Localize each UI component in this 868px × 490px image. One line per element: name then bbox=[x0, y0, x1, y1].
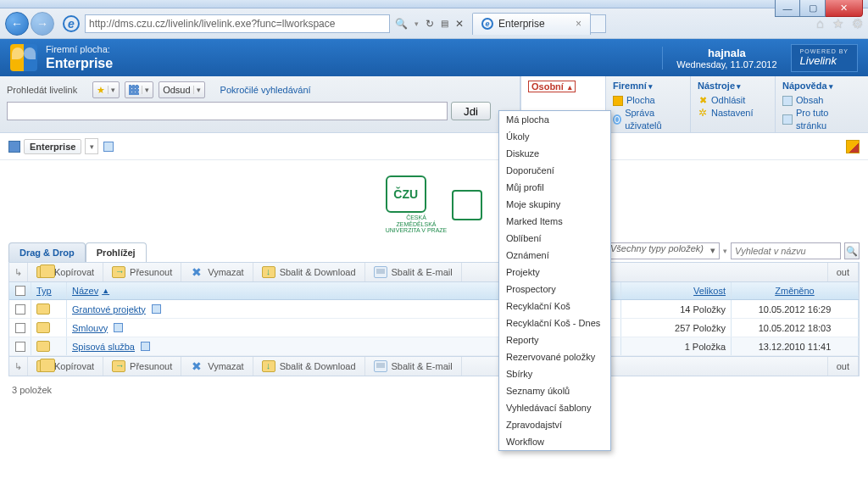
tools-icon[interactable]: ⚙ bbox=[852, 16, 863, 31]
menu-item[interactable]: Rezervované položky bbox=[499, 348, 610, 365]
menu-item[interactable]: Seznamy úkolů bbox=[499, 382, 610, 399]
type-filter-select[interactable]: (Všechny typy položek) bbox=[603, 242, 720, 259]
col-velikost[interactable]: Velikost bbox=[621, 282, 732, 299]
menu-item[interactable]: Úkoly bbox=[499, 128, 610, 145]
out-button[interactable]: out bbox=[827, 357, 859, 376]
menu-item[interactable]: Reporty bbox=[499, 331, 610, 348]
advanced-search-link[interactable]: Pokročilé vyhledávání bbox=[220, 85, 311, 95]
stop-icon[interactable]: ✕ bbox=[455, 18, 464, 30]
row-checkbox[interactable] bbox=[9, 300, 31, 318]
menu-item[interactable]: Oblíbení bbox=[499, 230, 610, 247]
delete-button[interactable]: ✖Vymazat bbox=[181, 263, 253, 281]
tab-drag-drop[interactable]: Drag & Drop bbox=[8, 242, 86, 262]
link-sprava-uzivatelu[interactable]: Správa uživatelů bbox=[613, 107, 683, 132]
zip-download-button[interactable]: Sbalit & Download bbox=[253, 357, 365, 376]
menu-item[interactable]: Doporučení bbox=[499, 162, 610, 179]
breadcrumb-function-icon[interactable] bbox=[103, 142, 114, 152]
link-plocha[interactable]: Plocha bbox=[613, 94, 683, 107]
row-size: 14 Položky bbox=[621, 300, 732, 318]
menu-item[interactable]: Vyhledávací šablony bbox=[499, 399, 610, 416]
edit-icon[interactable] bbox=[846, 140, 860, 153]
menu-tab-nastroje[interactable]: Nástroje▾ ✖Odhlásit ✲Nastavení bbox=[690, 76, 775, 132]
menu-item[interactable]: Zpravodajství bbox=[499, 416, 610, 433]
new-tab-button[interactable] bbox=[591, 14, 606, 33]
row-name-link[interactable]: Spisová služba bbox=[72, 342, 135, 352]
search-go-button[interactable]: Jdi bbox=[451, 102, 491, 120]
maximize-button[interactable]: ▢ bbox=[800, 0, 826, 17]
menu-item[interactable]: Má plocha bbox=[499, 111, 610, 128]
checkbox-icon[interactable] bbox=[15, 342, 25, 352]
browser-tab-active[interactable]: e Enterprise × bbox=[472, 13, 591, 35]
menu-item[interactable]: Recyklační Koš - Dnes bbox=[499, 315, 610, 331]
menu-tab-napoveda[interactable]: Nápověda▾ Obsah Pro tuto stránku bbox=[775, 76, 868, 132]
zip-email-button[interactable]: Sbalit & E-mail bbox=[365, 263, 462, 281]
refresh-icon[interactable]: ↻ bbox=[426, 18, 434, 30]
chevron-down-icon: ▾ bbox=[829, 82, 833, 91]
search-input[interactable] bbox=[7, 102, 448, 120]
table-header: Typ Název ▲ Velikost Změněno bbox=[9, 282, 859, 300]
toolbar-lead-icon[interactable]: ↳ bbox=[9, 357, 28, 376]
move-button[interactable]: Přesunout bbox=[103, 357, 181, 376]
link-nastaveni[interactable]: ✲Nastavení bbox=[698, 107, 768, 120]
menu-item[interactable]: Diskuze bbox=[499, 145, 610, 162]
copy-button[interactable]: Kopírovat bbox=[28, 357, 103, 376]
chevron-down-icon[interactable]: ▾ bbox=[723, 247, 727, 255]
minimize-button[interactable]: — bbox=[775, 0, 800, 17]
checkbox-icon[interactable] bbox=[15, 323, 25, 333]
browser-toolbar: ← → e 🔍▾ ↻ ▤ ✕ e Enterprise × ⌂ ★ ⚙ bbox=[0, 8, 868, 39]
function-menu-icon[interactable] bbox=[114, 323, 123, 332]
menu-item[interactable]: Workflow bbox=[499, 433, 610, 450]
menu-tab-firemni[interactable]: Firemní▾ Plocha Správa uživatelů bbox=[605, 76, 690, 132]
row-checkbox[interactable] bbox=[9, 337, 31, 355]
close-button[interactable]: ✕ bbox=[826, 0, 863, 17]
forward-button[interactable]: → bbox=[31, 12, 54, 36]
menu-item[interactable]: Můj profil bbox=[499, 179, 610, 196]
name-filter-input[interactable] bbox=[731, 242, 841, 259]
menu-item[interactable]: Projekty bbox=[499, 264, 610, 281]
filter-search-button[interactable]: 🔍 bbox=[844, 242, 860, 259]
grid-icon bbox=[129, 85, 139, 95]
breadcrumb-dropdown[interactable]: ▾ bbox=[85, 138, 98, 154]
tab-close-icon[interactable]: × bbox=[576, 18, 581, 30]
view-picker[interactable]: ▾ bbox=[125, 81, 153, 98]
row-name-link[interactable]: Smlouvy bbox=[72, 323, 108, 333]
row-checkbox[interactable] bbox=[9, 319, 31, 337]
function-menu-icon[interactable] bbox=[152, 304, 161, 314]
function-menu-icon[interactable] bbox=[141, 342, 150, 351]
compat-icon[interactable]: ▤ bbox=[441, 19, 448, 28]
zip-email-button[interactable]: Sbalit & E-mail bbox=[365, 357, 462, 376]
checkbox-icon[interactable] bbox=[15, 304, 25, 315]
breadcrumb-current[interactable]: Enterprise bbox=[24, 139, 81, 154]
col-zmeneno[interactable]: Změněno bbox=[732, 282, 859, 299]
out-button[interactable]: out bbox=[827, 263, 859, 281]
livelink-logo-icon bbox=[10, 44, 37, 71]
copy-button[interactable]: Kopírovat bbox=[28, 263, 103, 281]
scope-picker[interactable]: Odsud▾ bbox=[159, 81, 204, 98]
favorites-picker[interactable]: ★▾ bbox=[92, 81, 120, 98]
move-button[interactable]: Přesunout bbox=[103, 263, 181, 281]
search-icon[interactable]: 🔍 bbox=[395, 18, 408, 30]
menu-item[interactable]: Sbírky bbox=[499, 365, 610, 382]
row-type bbox=[31, 319, 67, 337]
zip-download-button[interactable]: Sbalit & Download bbox=[253, 263, 365, 281]
menu-item[interactable]: Marked Items bbox=[499, 213, 610, 230]
favorites-icon[interactable]: ★ bbox=[832, 16, 843, 31]
col-checkbox[interactable] bbox=[9, 282, 31, 299]
checkbox-icon[interactable] bbox=[15, 286, 25, 296]
menu-item[interactable]: Recyklační Koš bbox=[499, 298, 610, 315]
link-obsah[interactable]: Obsah bbox=[782, 94, 861, 107]
address-bar[interactable] bbox=[85, 14, 390, 33]
dropdown-icon[interactable]: ▾ bbox=[415, 19, 419, 28]
menu-item[interactable]: Moje skupiny bbox=[499, 196, 610, 213]
menu-item[interactable]: Oznámení bbox=[499, 247, 610, 264]
back-button[interactable]: ← bbox=[5, 12, 29, 36]
home-icon[interactable]: ⌂ bbox=[816, 16, 824, 31]
col-typ[interactable]: Typ bbox=[31, 282, 67, 299]
menu-item[interactable]: Prospectory bbox=[499, 281, 610, 298]
link-odhlasit[interactable]: ✖Odhlásit bbox=[698, 94, 768, 107]
row-name-link[interactable]: Grantové projekty bbox=[72, 304, 146, 315]
tab-prohlizej[interactable]: Prohlížej bbox=[86, 242, 147, 262]
link-pro-tuto-stranku[interactable]: Pro tuto stránku bbox=[782, 107, 861, 132]
delete-button[interactable]: ✖Vymazat bbox=[181, 357, 253, 376]
toolbar-lead-icon[interactable]: ↳ bbox=[9, 263, 28, 281]
